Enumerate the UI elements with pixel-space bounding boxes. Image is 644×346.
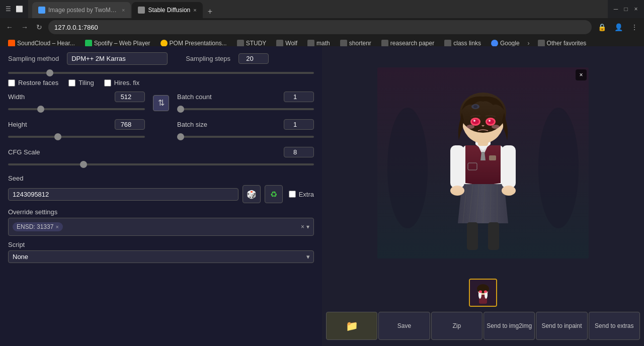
close-button[interactable]: × xyxy=(632,5,640,13)
batch-count-input[interactable] xyxy=(284,92,314,102)
menu-btn[interactable]: ⋮ xyxy=(629,21,640,33)
new-tab-icon[interactable]: ⬜ xyxy=(15,5,23,13)
address-bar-row: ← → ↻ 🔒 👤 ⋮ xyxy=(0,18,644,36)
svg-point-20 xyxy=(473,105,477,108)
new-tab-button[interactable]: + xyxy=(204,5,216,18)
favorites-icon xyxy=(538,40,545,47)
bookmarks-more-arrow[interactable]: › xyxy=(528,40,530,47)
seed-input[interactable] xyxy=(8,188,238,201)
batch-count-slider[interactable] xyxy=(177,108,314,110)
bookmark-other-label: Other favorites xyxy=(547,40,587,47)
width-slider[interactable] xyxy=(8,108,145,110)
svg-point-1 xyxy=(387,108,428,228)
extra-input[interactable] xyxy=(289,191,296,198)
bookmark-study-label: STUDY xyxy=(246,40,267,47)
extensions-btn[interactable]: 🔒 xyxy=(596,21,608,33)
hires-fix-checkbox[interactable]: Hires. fix xyxy=(104,79,140,86)
cfg-scale-input[interactable] xyxy=(284,147,314,157)
sampling-steps-label: Sampling steps xyxy=(186,55,230,62)
tab2-close[interactable]: × xyxy=(193,7,196,13)
math-icon xyxy=(307,40,314,47)
zip-button[interactable]: Zip xyxy=(431,312,482,340)
svg-rect-15 xyxy=(488,222,499,250)
bookmark-research-label: reasearch paper xyxy=(390,40,434,47)
recycle-seed-button[interactable]: ♻ xyxy=(265,185,283,203)
zip-label: Zip xyxy=(452,322,461,329)
sampling-method-label: Sampling method xyxy=(8,55,59,62)
bookmark-pom-label: POM Presentations... xyxy=(170,40,227,47)
seed-label-row: Seed xyxy=(8,175,314,182)
profile-btn[interactable]: 👤 xyxy=(612,21,625,33)
bookmark-spotify-label: Spotify – Web Player xyxy=(94,40,150,47)
send-inpaint-button[interactable]: Send to inpaint xyxy=(536,312,587,340)
send-img2img-label: Send to img2img xyxy=(487,322,532,329)
thumbnail-row xyxy=(469,276,497,310)
hires-fix-input[interactable] xyxy=(104,79,111,86)
width-input[interactable] xyxy=(115,92,145,102)
folder-button[interactable]: 📁 xyxy=(326,312,377,340)
svg-rect-11 xyxy=(502,145,516,188)
cfg-scale-row: CFG Scale xyxy=(8,147,314,169)
tab-1[interactable]: Image posted by TwoMoreTimes... × xyxy=(32,2,131,18)
height-slider[interactable] xyxy=(8,136,145,138)
address-input[interactable] xyxy=(48,20,592,34)
svg-point-37 xyxy=(479,291,482,293)
seed-row: 🎲 ♻ Extra xyxy=(8,185,314,203)
height-batchsize-row: Height Batch size xyxy=(8,119,314,142)
minimize-button[interactable]: ─ xyxy=(612,5,620,13)
script-select[interactable]: None xyxy=(8,250,314,263)
tag-dropdown-button[interactable]: ▾ xyxy=(306,223,309,230)
cfg-scale-slider[interactable] xyxy=(8,163,314,165)
swap-dimensions-button[interactable]: ⇅ xyxy=(153,95,169,111)
back-button[interactable]: ← xyxy=(4,21,15,33)
bookmark-shortenr-label: shortenr xyxy=(349,40,371,47)
batch-count-label: Batch count xyxy=(177,93,212,101)
tab2-title: Stable Diffusion xyxy=(148,7,190,14)
refresh-button[interactable]: ↻ xyxy=(34,21,44,33)
send-extras-button[interactable]: Send to extras xyxy=(589,312,640,340)
tag-clear-button[interactable]: × xyxy=(301,223,304,230)
maximize-button[interactable]: □ xyxy=(622,5,630,13)
tiling-label: Tiling xyxy=(78,79,94,86)
sampling-method-wrapper: DPM++ 2M Karras xyxy=(67,52,168,65)
svg-rect-14 xyxy=(467,222,478,250)
thumbnail-1[interactable] xyxy=(469,279,497,307)
forward-button[interactable]: → xyxy=(19,21,30,33)
cfg-scale-header: CFG Scale xyxy=(8,147,314,157)
svg-point-38 xyxy=(484,291,487,293)
save-button[interactable]: Save xyxy=(378,312,430,340)
sidebar-toggle-btn[interactable]: ☰ xyxy=(4,5,12,13)
batch-size-slider[interactable] xyxy=(177,136,314,138)
tab1-close[interactable]: × xyxy=(122,7,125,13)
width-label: Width xyxy=(8,93,25,101)
svg-point-28 xyxy=(492,125,500,129)
svg-point-27 xyxy=(466,125,474,129)
svg-point-13 xyxy=(502,186,516,196)
send-img2img-button[interactable]: Send to img2img xyxy=(484,312,535,340)
svg-rect-10 xyxy=(450,145,464,188)
height-input[interactable] xyxy=(115,119,145,130)
tab2-favicon xyxy=(138,7,145,14)
restore-faces-checkbox[interactable]: Restore faces xyxy=(8,79,58,86)
close-image-button[interactable]: × xyxy=(576,69,587,80)
height-spacer xyxy=(153,119,169,142)
extra-checkbox[interactable]: Extra xyxy=(289,191,314,198)
cfg-scale-label: CFG Scale xyxy=(8,148,40,156)
sampling-steps-slider[interactable] xyxy=(8,72,314,74)
override-tag-remove[interactable]: × xyxy=(55,224,58,230)
override-settings-container: ENSD: 31337 × × ▾ xyxy=(8,218,314,236)
tab-2[interactable]: Stable Diffusion × xyxy=(132,2,202,18)
sampling-method-select[interactable]: DPM++ 2M Karras xyxy=(67,52,168,65)
swap-group: ⇅ xyxy=(153,92,169,114)
svg-point-23 xyxy=(472,119,479,124)
tab1-favicon xyxy=(38,7,45,14)
sampling-steps-input[interactable] xyxy=(238,53,269,64)
dice-button[interactable]: 🎲 xyxy=(243,185,261,203)
restore-faces-input[interactable] xyxy=(8,79,15,86)
batch-size-input[interactable] xyxy=(284,119,314,130)
tiling-input[interactable] xyxy=(68,79,75,86)
tiling-checkbox[interactable]: Tiling xyxy=(68,79,94,86)
bookmark-math-label: math xyxy=(316,40,330,47)
research-icon xyxy=(381,40,388,47)
svg-point-33 xyxy=(477,284,489,293)
